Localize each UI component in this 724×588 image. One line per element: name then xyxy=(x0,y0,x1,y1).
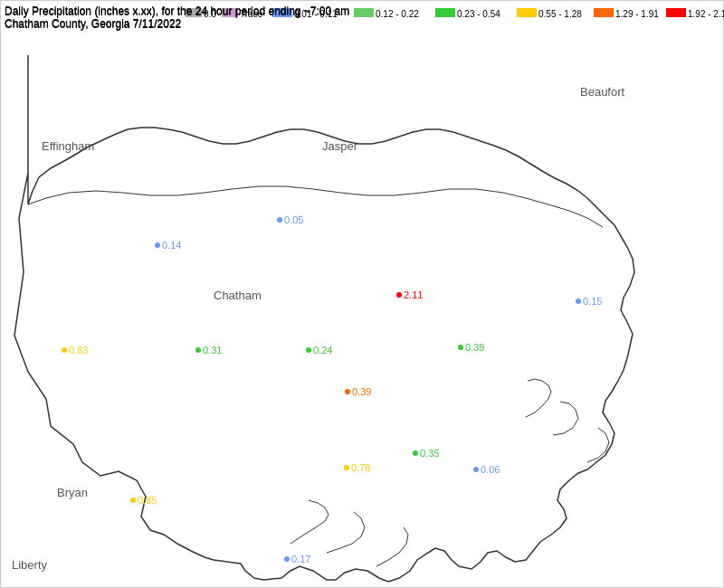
legend-swatch-2 xyxy=(354,8,374,17)
dp1-label: 0.14 xyxy=(162,240,181,251)
precipitation-map: Beaufort Jasper Effingham Chatham Bryan … xyxy=(1,1,724,588)
dp7-label: 0.24 xyxy=(313,345,332,356)
dp6-label: 0.31 xyxy=(203,345,222,356)
legend-label-5: 1.29 - 1.91 xyxy=(615,9,659,19)
dp14-dot xyxy=(284,556,290,562)
dp5-label: 0.83 xyxy=(69,345,88,356)
dp9-dot xyxy=(345,389,350,394)
dp13-dot xyxy=(130,498,136,503)
legend-label-2: 0.12 - 0.22 xyxy=(376,9,419,19)
dp6-dot xyxy=(195,347,201,353)
dp12-dot xyxy=(344,465,349,470)
dp4-dot xyxy=(576,299,581,304)
dp12-label: 0.78 xyxy=(351,462,370,473)
dp2-label: 0.05 xyxy=(284,214,303,225)
dp7-dot xyxy=(306,347,311,353)
region-bryan: Bryan xyxy=(57,486,88,499)
region-effingham: Effingham xyxy=(42,139,94,153)
dp2-dot xyxy=(277,217,282,223)
map-title: Daily Precipitation (inches x.xx), for t… xyxy=(5,5,349,17)
dp5-dot xyxy=(62,347,67,353)
map-subtitle: Chatham County, Georgia 7/11/2022 xyxy=(5,17,349,30)
region-chatham: Chatham xyxy=(214,289,262,302)
dp3-label: 2.11 xyxy=(404,289,423,300)
dp4-label: 0.15 xyxy=(583,296,602,307)
dp1-dot xyxy=(155,242,160,248)
legend-label-3: 0.23 - 0.54 xyxy=(457,9,500,19)
legend-label-4: 0.55 - 1.28 xyxy=(538,9,582,19)
region-jasper: Jasper xyxy=(322,139,358,153)
dp8-label: 0.39 xyxy=(465,342,484,353)
dp11-dot xyxy=(473,467,479,472)
dp13-label: 0.85 xyxy=(138,495,157,506)
region-liberty: Liberty xyxy=(12,558,48,572)
dp10-dot xyxy=(413,450,418,456)
dp11-label: 0.06 xyxy=(481,464,500,475)
map-container: Daily Precipitation (inches x.xx), for t… xyxy=(0,0,724,588)
dp14-label: 0.17 xyxy=(291,554,310,564)
dp9-label: 0.39 xyxy=(352,386,371,397)
region-beaufort: Beaufort xyxy=(580,85,625,99)
map-header: Daily Precipitation (inches x.xx), for t… xyxy=(5,5,349,30)
dp10-label: 0.35 xyxy=(420,448,439,459)
legend-swatch-6 xyxy=(666,8,686,17)
legend-swatch-5 xyxy=(594,8,614,17)
legend-label-6: 1.92 - 2.11 xyxy=(688,9,724,19)
legend-swatch-3 xyxy=(435,8,455,17)
legend-swatch-4 xyxy=(517,8,537,17)
dp8-dot xyxy=(458,345,463,350)
dp3-dot xyxy=(396,292,402,298)
